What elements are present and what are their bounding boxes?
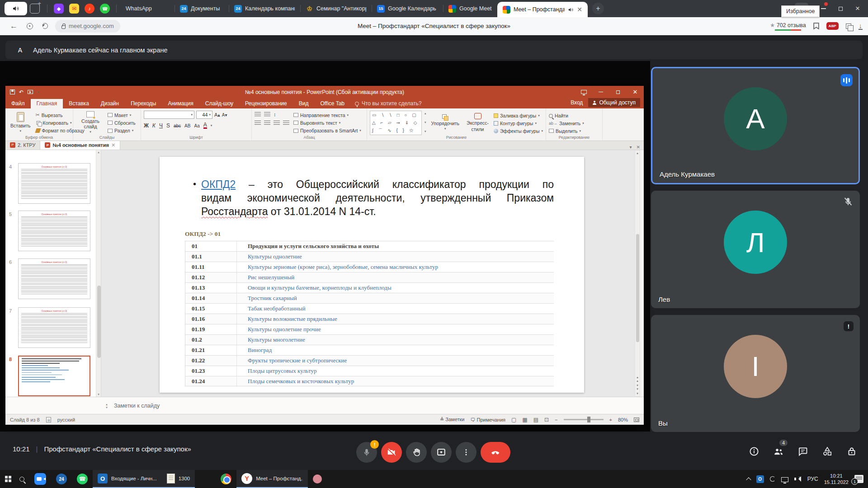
thumbnail-scrollbar[interactable]: ▴ ▾ xyxy=(96,150,101,397)
taskbar-item-app-misc[interactable] xyxy=(308,470,327,488)
info-button[interactable] xyxy=(749,446,760,457)
okpd-name[interactable]: Плоды цитрусовых культур xyxy=(237,367,317,375)
bold-button[interactable]: Ж xyxy=(144,122,149,129)
tell-me-box[interactable]: Что вы хотите сделать? xyxy=(350,100,426,108)
ribbon-tab-Дизайн[interactable]: Дизайн xyxy=(95,99,125,108)
okpd-name[interactable]: Овощи и культуры бахчевые, корнеплоды и … xyxy=(237,284,392,291)
taskbar-item-zoom-app[interactable] xyxy=(29,470,51,488)
ribbon-tab-Файл[interactable]: Файл xyxy=(5,99,31,108)
clock[interactable]: 10:21 15.11.2022 xyxy=(824,473,849,485)
document-tab[interactable]: Р2. КТРУ xyxy=(5,141,40,150)
align-left-icon[interactable] xyxy=(255,121,261,126)
shapes-scroll[interactable]: ▴▾▾ xyxy=(425,111,426,134)
protect-icon[interactable] xyxy=(27,23,33,29)
align-right-icon[interactable] xyxy=(274,121,280,126)
italic-button[interactable]: К xyxy=(152,122,156,129)
browser-sound-tab-button[interactable] xyxy=(5,2,27,15)
normal-view-icon[interactable]: ▢ xyxy=(511,417,516,423)
font-color-button[interactable]: А xyxy=(203,122,207,129)
ppt-minimize-button[interactable] xyxy=(592,86,609,98)
ppt-restore-button[interactable] xyxy=(609,86,627,98)
font-size-select[interactable]: 44▾ xyxy=(196,111,212,119)
refresh-icon[interactable] xyxy=(42,23,48,29)
doc-tab-dropdown-icon[interactable]: ▾ xyxy=(630,145,632,150)
app-purple-pinned-tab[interactable]: ◆ xyxy=(54,4,64,14)
activities-button[interactable] xyxy=(822,446,833,457)
okpd-name[interactable]: Культуры однолетние прочие xyxy=(237,326,321,333)
shapes-gallery[interactable]: ▭ ∖ ∖ □ ○ ▢ △ ⌐ ▱ ⇒ ⇓ ◇ ∫ ⌒ ∿ { } ☆ xyxy=(370,111,422,135)
ribbon-tab-Вид[interactable]: Вид xyxy=(293,99,315,108)
taskbar-item-yandex-meet[interactable]: YMeet – Профстанд... xyxy=(236,470,308,488)
zoom-level[interactable]: 80% xyxy=(618,417,628,422)
replace-button[interactable]: ab→Заменить▾ xyxy=(549,120,584,127)
okpd-name[interactable]: Культуры многолетние xyxy=(237,336,305,343)
underline-button[interactable]: Ч xyxy=(159,122,163,129)
document-tab[interactable]: Р№4 основные понятия✕ xyxy=(40,141,120,150)
notes-splitter-icon[interactable]: ▴▾ xyxy=(103,403,110,409)
yandex-mail-pinned-tab[interactable]: ✉ xyxy=(69,4,79,14)
change-case-button[interactable]: Аа xyxy=(194,123,199,128)
taskbar-item-chrome[interactable] xyxy=(216,470,236,488)
new-slide-button[interactable]: Создать слайд ▾ xyxy=(76,111,105,134)
participant-tile-2[interactable]: ЛЛев xyxy=(651,191,860,308)
numbering-icon[interactable] xyxy=(264,112,270,117)
bullets-icon[interactable] xyxy=(255,112,261,117)
spellcheck-icon[interactable] xyxy=(46,417,51,422)
yandex-music-pinned-tab[interactable]: ♪ xyxy=(85,4,94,14)
okpd-name[interactable]: Фрукты тропические и субтропические xyxy=(237,357,347,364)
microphone-button[interactable]: ! xyxy=(356,442,377,463)
browser-tab[interactable]: 24Документы xyxy=(175,0,229,17)
strikethrough-button[interactable]: abc xyxy=(174,123,181,128)
quick-styles-button[interactable]: Экспресс- стили xyxy=(464,111,491,134)
browser-tab[interactable]: WhatsApp xyxy=(120,0,175,17)
slide-thumbnail-5[interactable]: Основные понятия (ст.3) xyxy=(18,211,90,251)
notes-pane[interactable]: ▴▾ Заметки к слайду xyxy=(5,397,644,414)
adblock-extension-icon[interactable]: ABP xyxy=(826,22,839,30)
outlook-tray-icon[interactable]: O xyxy=(756,475,764,483)
shape-outline-button[interactable]: Контур фигуры▾ xyxy=(494,120,543,127)
share-button[interactable]: Общий доступ xyxy=(588,98,640,107)
language-indicator[interactable]: РУС xyxy=(807,476,818,482)
sign-in-button[interactable]: Вход xyxy=(571,99,583,106)
host-controls-button[interactable] xyxy=(846,446,857,457)
slide-scrollbar[interactable]: ▴ ▴▴ ▾▾ ▾ xyxy=(635,150,640,397)
network-tray-icon[interactable] xyxy=(781,477,788,482)
reading-view-icon[interactable]: ▤ xyxy=(533,417,538,423)
okpd2-hyperlink[interactable]: ОКПД2 xyxy=(201,178,236,190)
zoom-slider[interactable] xyxy=(564,419,604,420)
paste-button[interactable]: Вставить ▾ xyxy=(8,111,33,134)
doc-tab-close-icon[interactable]: ✕ xyxy=(637,145,640,150)
display-settings-icon[interactable] xyxy=(575,86,592,98)
back-icon[interactable]: ← xyxy=(10,22,18,31)
tab-close-icon[interactable]: ✕ xyxy=(577,6,582,13)
participant-tile-1[interactable]: ААдель Курмакаев xyxy=(651,67,860,184)
taskbar-item-whatsapp[interactable]: ☎ xyxy=(72,470,93,488)
site-reviews[interactable]: 702 отзыва xyxy=(770,22,806,31)
reset-button[interactable]: Сбросить xyxy=(108,119,136,126)
new-tab-button[interactable]: + xyxy=(592,3,604,14)
slideshow-view-icon[interactable]: ⊡ xyxy=(544,417,549,423)
browser-tab[interactable]: 24Календарь компании xyxy=(229,0,300,17)
ribbon-tab-Вставка[interactable]: Вставка xyxy=(63,99,95,108)
text-direction-button[interactable]: Направление текста▾ xyxy=(293,112,361,118)
whatsapp-pinned-tab[interactable]: ☎ xyxy=(100,4,110,14)
okpd-name[interactable]: Рис нешелушеный xyxy=(237,274,294,281)
slide-canvas[interactable]: • ОКПД2 – это Общероссийский классификат… xyxy=(160,157,584,393)
browser-tab[interactable]: ♔Семинар "Антикоррупцио xyxy=(300,0,372,17)
ribbon-tab-Слайд-шоу[interactable]: Слайд-шоу xyxy=(199,99,239,108)
slide-thumbnail-4[interactable]: Основные понятия (ст.3) xyxy=(18,163,90,204)
slide-thumbnail-6[interactable]: Основные понятия (ст.3) xyxy=(18,258,90,299)
justify-icon[interactable] xyxy=(283,121,289,126)
font-name-select[interactable]: ▾ xyxy=(144,111,194,119)
notification-center-icon[interactable]: 1 xyxy=(854,475,863,483)
taskbar-item-outlook[interactable]: OВходящие - Личн... xyxy=(93,470,162,488)
participants-button[interactable]: 4 xyxy=(773,446,784,457)
tab-audio-icon[interactable] xyxy=(568,7,574,13)
window-restore-button[interactable] xyxy=(832,0,849,17)
fit-slide-icon[interactable] xyxy=(634,418,639,422)
tray-expand-icon[interactable] xyxy=(746,477,751,482)
okpd-name[interactable]: Плоды семечковых и косточковых культур xyxy=(237,378,354,385)
sorter-view-icon[interactable]: ▦ xyxy=(522,417,527,423)
find-button[interactable]: Найти xyxy=(549,113,584,119)
okpd-name[interactable]: Культуры однолетние xyxy=(237,253,302,260)
